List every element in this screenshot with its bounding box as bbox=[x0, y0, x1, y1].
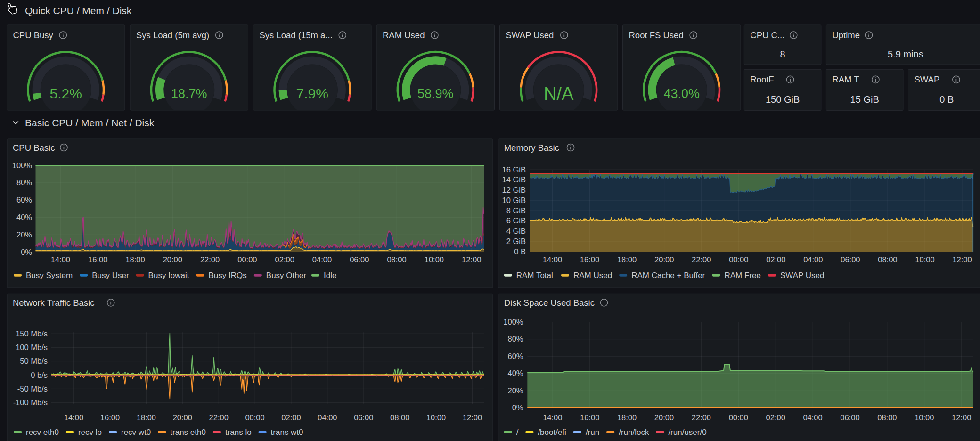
svg-text:04:00: 04:00 bbox=[318, 413, 337, 422]
svg-text:16 GiB: 16 GiB bbox=[502, 165, 526, 174]
svg-text:recv wt0: recv wt0 bbox=[121, 428, 151, 437]
svg-text:CPU C...: CPU C... bbox=[750, 30, 784, 40]
svg-text:6 GiB: 6 GiB bbox=[506, 216, 526, 225]
svg-text:06:00: 06:00 bbox=[350, 255, 369, 264]
svg-text:100%: 100% bbox=[503, 318, 523, 326]
svg-text:02:00: 02:00 bbox=[281, 413, 301, 422]
svg-text:18.7%: 18.7% bbox=[171, 87, 207, 101]
svg-text:12:00: 12:00 bbox=[952, 413, 971, 422]
svg-text:14:00: 14:00 bbox=[64, 413, 83, 422]
svg-text:00:00: 00:00 bbox=[729, 413, 748, 422]
svg-text:60%: 60% bbox=[16, 196, 32, 204]
svg-text:5.9 mins: 5.9 mins bbox=[888, 49, 923, 59]
svg-text:12:00: 12:00 bbox=[462, 255, 481, 264]
svg-text:04:00: 04:00 bbox=[803, 413, 822, 422]
svg-text:58.9%: 58.9% bbox=[417, 87, 454, 101]
svg-text:/: / bbox=[516, 428, 519, 437]
svg-text:22:00: 22:00 bbox=[209, 413, 229, 422]
svg-text:02:00: 02:00 bbox=[766, 413, 785, 422]
svg-text:SWAP Used: SWAP Used bbox=[780, 271, 825, 280]
svg-text:08:00: 08:00 bbox=[877, 413, 897, 422]
svg-text:0%: 0% bbox=[512, 403, 523, 412]
svg-text:RAM Cache + Buffer: RAM Cache + Buffer bbox=[631, 271, 705, 280]
svg-text:2 GiB: 2 GiB bbox=[506, 237, 526, 245]
svg-text:0 b/s: 0 b/s bbox=[31, 371, 48, 379]
svg-text:10:00: 10:00 bbox=[426, 413, 446, 422]
svg-text:Busy Other: Busy Other bbox=[266, 271, 306, 280]
svg-text:recv lo: recv lo bbox=[78, 428, 102, 437]
svg-text:4 GiB: 4 GiB bbox=[506, 227, 526, 235]
svg-text:-50 Mb/s: -50 Mb/s bbox=[17, 384, 48, 393]
svg-text:16:00: 16:00 bbox=[88, 255, 107, 264]
svg-text:10:00: 10:00 bbox=[425, 255, 444, 264]
svg-text:/boot/efi: /boot/efi bbox=[538, 428, 566, 437]
svg-text:10:00: 10:00 bbox=[915, 413, 934, 422]
svg-text:16:00: 16:00 bbox=[580, 413, 599, 422]
svg-text:06:00: 06:00 bbox=[841, 255, 860, 264]
svg-text:Busy IRQs: Busy IRQs bbox=[209, 271, 247, 280]
svg-text:RAM Used: RAM Used bbox=[383, 30, 425, 40]
svg-text:Basic CPU / Mem / Net / Disk: Basic CPU / Mem / Net / Disk bbox=[25, 117, 155, 128]
svg-text:50 Mb/s: 50 Mb/s bbox=[20, 357, 48, 365]
svg-text:14:00: 14:00 bbox=[51, 255, 70, 264]
svg-text:RAM T...: RAM T... bbox=[832, 74, 866, 84]
svg-text:00:00: 00:00 bbox=[729, 255, 748, 264]
svg-text:12 GiB: 12 GiB bbox=[502, 186, 526, 194]
svg-text:08:00: 08:00 bbox=[390, 413, 409, 422]
svg-text:CPU Busy: CPU Busy bbox=[13, 30, 54, 40]
svg-text:150 Mb/s: 150 Mb/s bbox=[16, 329, 48, 338]
svg-text:Disk Space Used Basic: Disk Space Used Basic bbox=[504, 298, 595, 308]
svg-text:40%: 40% bbox=[507, 369, 523, 377]
svg-text:04:00: 04:00 bbox=[803, 255, 823, 264]
svg-text:Busy Iowait: Busy Iowait bbox=[148, 271, 189, 280]
svg-text:Root FS Used: Root FS Used bbox=[629, 30, 684, 40]
svg-text:20:00: 20:00 bbox=[654, 413, 674, 422]
svg-text:100%: 100% bbox=[12, 161, 33, 170]
svg-text:12:00: 12:00 bbox=[463, 413, 482, 422]
svg-text:18:00: 18:00 bbox=[137, 413, 156, 422]
svg-text:14:00: 14:00 bbox=[543, 255, 562, 264]
svg-text:RAM Free: RAM Free bbox=[725, 271, 761, 280]
svg-text:16:00: 16:00 bbox=[100, 413, 120, 422]
svg-text:22:00: 22:00 bbox=[200, 255, 220, 264]
svg-text:7.9%: 7.9% bbox=[296, 86, 328, 101]
svg-text:10 GiB: 10 GiB bbox=[502, 196, 526, 204]
svg-text:20%: 20% bbox=[507, 386, 523, 395]
svg-text:RAM Total: RAM Total bbox=[516, 271, 553, 280]
svg-text:0%: 0% bbox=[21, 248, 32, 256]
svg-text:0 B: 0 B bbox=[514, 247, 526, 256]
svg-text:80%: 80% bbox=[507, 335, 523, 343]
svg-text:15 GiB: 15 GiB bbox=[850, 94, 879, 105]
svg-text:43.0%: 43.0% bbox=[664, 87, 700, 101]
svg-text:SWAP Used: SWAP Used bbox=[506, 30, 554, 40]
svg-text:04:00: 04:00 bbox=[312, 255, 332, 264]
svg-text:100 Mb/s: 100 Mb/s bbox=[16, 343, 48, 351]
svg-text:Idle: Idle bbox=[324, 271, 336, 280]
svg-text:22:00: 22:00 bbox=[692, 413, 711, 422]
svg-text:14 GiB: 14 GiB bbox=[502, 175, 526, 184]
svg-text:02:00: 02:00 bbox=[275, 255, 294, 264]
svg-text:80%: 80% bbox=[16, 178, 32, 187]
svg-text:00:00: 00:00 bbox=[245, 413, 264, 422]
svg-text:trans eth0: trans eth0 bbox=[170, 428, 206, 437]
svg-text:/run: /run bbox=[586, 428, 599, 437]
svg-text:RootF...: RootF... bbox=[750, 74, 780, 84]
svg-text:Busy System: Busy System bbox=[26, 271, 73, 280]
svg-text:Memory Basic: Memory Basic bbox=[504, 143, 559, 153]
svg-text:08:00: 08:00 bbox=[387, 255, 406, 264]
svg-text:16:00: 16:00 bbox=[580, 255, 599, 264]
svg-text:trans wt0: trans wt0 bbox=[271, 428, 303, 437]
svg-text:18:00: 18:00 bbox=[125, 255, 145, 264]
svg-text:8 GiB: 8 GiB bbox=[506, 206, 526, 215]
svg-text:5.2%: 5.2% bbox=[50, 86, 82, 101]
svg-text:trans lo: trans lo bbox=[225, 428, 252, 437]
svg-text:0 B: 0 B bbox=[939, 94, 954, 105]
svg-text:SWAP...: SWAP... bbox=[915, 74, 946, 84]
svg-text:60%: 60% bbox=[507, 352, 523, 360]
svg-text:22:00: 22:00 bbox=[692, 255, 711, 264]
svg-text:/run/lock: /run/lock bbox=[619, 428, 649, 437]
svg-text:02:00: 02:00 bbox=[766, 255, 785, 264]
svg-text:RAM Used: RAM Used bbox=[573, 271, 612, 280]
svg-text:recv eth0: recv eth0 bbox=[26, 428, 59, 437]
svg-text:12:00: 12:00 bbox=[952, 255, 972, 264]
